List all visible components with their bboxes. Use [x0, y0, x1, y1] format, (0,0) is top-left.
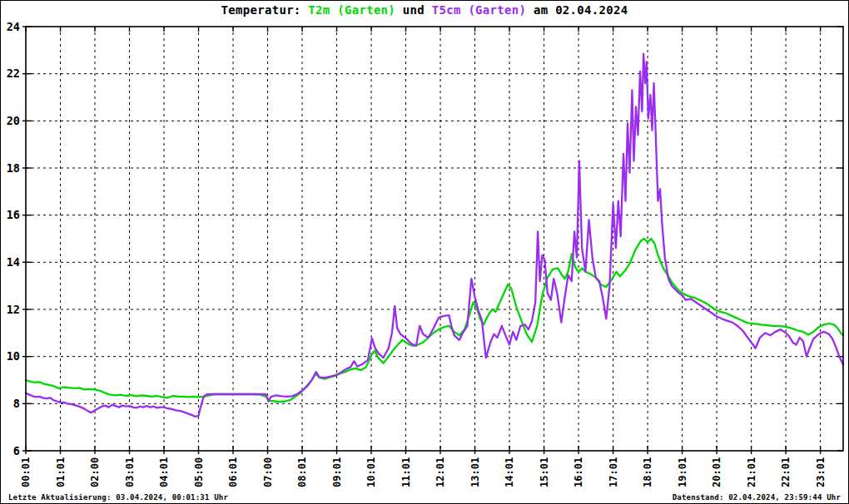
x-tick-label: 09:01 [331, 457, 343, 487]
x-tick-label: 06:01 [227, 457, 239, 487]
plot-frame [26, 27, 843, 451]
x-tick-label: 17:01 [608, 457, 619, 487]
y-tick-label: 20 [7, 114, 20, 127]
x-tick-label: 18:01 [642, 457, 653, 487]
x-tick-label: 01:01 [55, 457, 67, 487]
x-tick-label: 15:01 [539, 457, 550, 487]
x-tick-label: 02:00 [89, 457, 101, 487]
temperature-chart: 68101214161820222400:0101:0102:0003:0104… [1, 1, 849, 492]
y-tick-label: 14 [7, 255, 20, 269]
x-tick-label: 20:01 [711, 457, 722, 487]
footer: Letzte Aktualisierung: 03.04.2024, 00:01… [1, 493, 848, 502]
x-tick-label: 08:01 [296, 457, 308, 487]
x-tick-label: 21:01 [746, 457, 757, 487]
x-tick-label: 07:00 [262, 457, 274, 487]
y-tick-label: 16 [7, 208, 20, 221]
footer-last-update: Letzte Aktualisierung: 03.04.2024, 00:01… [8, 493, 228, 502]
y-tick-label: 24 [7, 20, 20, 33]
x-tick-label: 04:01 [158, 457, 170, 487]
x-tick-label: 12:01 [434, 457, 446, 487]
x-tick-label: 22:01 [780, 457, 792, 487]
y-tick-label: 6 [13, 444, 20, 457]
series-lines [26, 54, 843, 417]
x-tick-label: 13:01 [469, 457, 481, 487]
x-tick-label: 16:01 [573, 457, 584, 487]
t2m-line [26, 239, 843, 402]
x-axis-labels: 00:0101:0102:0003:0104:0105:0006:0107:00… [20, 457, 827, 487]
y-tick-label: 18 [7, 161, 20, 175]
x-tick-label: 14:01 [504, 457, 515, 487]
x-tick-label: 10:01 [365, 457, 377, 487]
x-tick-label: 05:00 [193, 457, 205, 487]
weather-chart-page: Temperatur: T2m (Garten) und T5cm (Garte… [0, 0, 849, 504]
y-tick-label: 8 [13, 397, 20, 410]
x-tick-label: 03:01 [124, 457, 136, 487]
x-tick-label: 19:01 [677, 457, 688, 487]
y-tick-label: 22 [7, 67, 20, 80]
gridlines [26, 27, 843, 451]
t5cm-line [26, 54, 843, 417]
y-axis-labels: 681012141618202224 [7, 20, 20, 457]
x-tick-label: 23:01 [815, 457, 827, 487]
y-tick-label: 10 [7, 349, 20, 363]
footer-data-timestamp: Datenstand: 02.04.2024, 23:59:44 Uhr [673, 493, 841, 502]
y-tick-label: 12 [7, 303, 20, 316]
axis-ticks [22, 27, 843, 454]
x-tick-label: 00:01 [20, 457, 32, 487]
x-tick-label: 11:01 [400, 457, 412, 487]
